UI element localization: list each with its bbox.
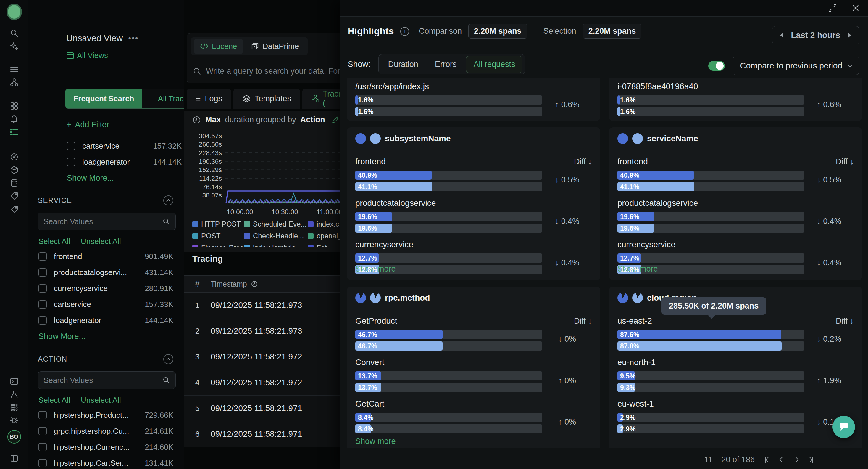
checkbox[interactable] — [38, 252, 47, 261]
tag-icon[interactable] — [8, 189, 21, 203]
legend-item[interactable]: Check-Headle... — [244, 232, 308, 240]
show-more-link[interactable]: Show More... — [38, 332, 176, 341]
terminal-icon[interactable] — [8, 375, 21, 388]
highlight-card-instance[interactable]: i-07885f8ae40196a40 1.6% 1.6% ↑ 0.6% — [609, 78, 862, 121]
table-row[interactable]: 609/12/2025 11:58:21.971g — [184, 421, 350, 447]
table-header[interactable]: # Timestamp A — [184, 275, 350, 293]
checkbox[interactable] — [38, 284, 47, 293]
lab-flask-icon[interactable] — [8, 388, 21, 401]
selection-bar[interactable]: 46.7% — [355, 342, 542, 351]
legend-item[interactable]: Finance-Proce... — [192, 244, 244, 247]
diff-sort-header[interactable]: Diff ↓ — [574, 157, 592, 167]
checkbox[interactable] — [38, 300, 47, 309]
compare-toggle[interactable] — [708, 61, 725, 71]
collapse-section-icon[interactable] — [163, 354, 173, 364]
selection-bar[interactable]: 19.6% — [617, 224, 804, 233]
selection-bar[interactable]: 1.6% — [617, 107, 804, 116]
show-option-all-requests[interactable]: All requests — [466, 56, 523, 73]
tab-templates[interactable]: Templates — [234, 89, 300, 109]
collapse-panel-icon[interactable] — [8, 452, 21, 465]
comparison-bar[interactable]: 19.6% — [617, 212, 804, 221]
tab-dataprime[interactable]: DataPrime — [245, 39, 305, 54]
database-icon[interactable] — [8, 176, 21, 189]
highlight-card-file[interactable]: /usr/src/app/index.js 1.6% 1.6% ↑ 0.6% — [347, 78, 600, 121]
checkbox[interactable] — [38, 268, 47, 276]
highlight-card-cloud-region[interactable]: cloud.region 285.50K of 2.20M spans us-e… — [609, 287, 862, 448]
close-icon[interactable] — [851, 4, 860, 12]
checkbox[interactable] — [38, 316, 47, 324]
dashboard-grid-icon[interactable] — [8, 99, 21, 113]
add-filter-button[interactable]: + Add Filter — [66, 120, 109, 130]
trace-flow-icon[interactable] — [8, 76, 21, 89]
selection-bar[interactable]: 8.4% — [355, 424, 542, 434]
apps-grid-icon[interactable] — [8, 401, 21, 414]
select-all-link[interactable]: Select All — [38, 237, 70, 246]
selection-bar[interactable]: 41.1% — [355, 182, 542, 191]
tab-lucene[interactable]: Lucene — [194, 39, 243, 54]
pagination-last-icon[interactable] — [808, 457, 813, 463]
list-item[interactable]: frontend901.49K — [38, 249, 176, 264]
comparison-bar[interactable]: 2.9% — [617, 413, 804, 422]
unselect-all-link[interactable]: Unselect All — [81, 395, 121, 405]
list-item[interactable]: grpc.hipstershop.Cu...214.61K — [38, 424, 176, 439]
search-values-input[interactable]: Search Values — [38, 371, 176, 389]
info-icon[interactable]: i — [400, 27, 409, 36]
expand-icon[interactable] — [828, 4, 837, 12]
show-more-link[interactable]: Show more — [355, 437, 396, 446]
diff-sort-header[interactable]: Diff ↓ — [836, 317, 854, 326]
collapse-section-icon[interactable] — [163, 196, 173, 205]
select-all-link[interactable]: Select All — [38, 395, 70, 405]
comparison-bar[interactable]: 12.7% — [617, 254, 804, 263]
list-item[interactable]: hipstershop.Currenc...214.60K — [38, 440, 176, 455]
legend-item[interactable]: index-lambda — [244, 244, 308, 247]
brand-logo-icon[interactable] — [6, 4, 22, 20]
selection-bar[interactable]: 2.9% — [617, 424, 804, 434]
list-item[interactable]: currencyservice280.91K — [38, 281, 176, 296]
show-option-errors[interactable]: Errors — [428, 56, 464, 72]
ai-sparkles-icon[interactable] — [8, 40, 21, 53]
checkbox[interactable] — [38, 427, 47, 435]
show-more-link[interactable]: Show More... — [67, 174, 184, 183]
comparison-bar[interactable]: 40.9% — [355, 171, 542, 180]
comparison-bar[interactable]: 13.7% — [355, 371, 542, 380]
comparison-bar[interactable]: 87.6% — [617, 330, 804, 339]
show-option-duration[interactable]: Duration — [381, 56, 426, 72]
highlight-card-service[interactable]: serviceName frontendDiff ↓ 40.9% 41.1% ↓… — [609, 127, 862, 280]
selection-bar[interactable]: 87.8% — [617, 342, 804, 351]
legend-item[interactable]: HTTP POST — [192, 220, 244, 228]
search-values-input[interactable]: Search Values — [38, 213, 176, 230]
comparison-bar[interactable]: 1.6% — [617, 95, 804, 105]
pagination-first-icon[interactable] — [765, 457, 770, 463]
legend-item[interactable]: Scheduled Eve... — [244, 220, 308, 228]
table-row[interactable]: 509/12/2025 11:58:21.971 — [184, 395, 350, 421]
all-views-link[interactable]: All Views — [66, 51, 108, 60]
checkbox[interactable] — [67, 158, 75, 166]
explore-list-icon[interactable] — [8, 125, 21, 139]
comparison-bar[interactable]: 40.9% — [617, 171, 804, 180]
legend-item[interactable]: POST — [192, 232, 244, 240]
selection-bar[interactable]: 9.3% — [617, 383, 804, 392]
list-item[interactable]: cartservice 157.32K — [57, 139, 184, 153]
table-row[interactable]: 409/12/2025 11:58:21.972g — [184, 370, 350, 395]
tag-alt-icon[interactable] — [8, 203, 21, 215]
menu-lines-icon[interactable] — [8, 63, 21, 76]
list-item[interactable]: hipstershop.CartSer...131.41K — [38, 456, 176, 469]
tab-frequent-search[interactable]: Frequent Search — [65, 89, 142, 108]
list-item[interactable]: productcatalogservi...431.14K — [38, 265, 176, 280]
tab-logs[interactable]: ≡ Logs — [187, 89, 231, 109]
query-search-input[interactable]: Write a query to search your data. For e… — [187, 59, 348, 83]
view-options-icon[interactable]: ••• — [128, 33, 138, 43]
comparison-bar[interactable]: 19.6% — [355, 212, 542, 221]
comparison-bar[interactable]: 12.7% — [355, 254, 542, 263]
comparison-bar[interactable]: 8.4% — [355, 413, 542, 422]
settings-gear-icon[interactable] — [8, 414, 21, 427]
diff-sort-header[interactable]: Diff ↓ — [836, 157, 854, 167]
list-item[interactable]: loadgenerator 144.14K — [57, 154, 184, 169]
time-range-picker[interactable]: Last 2 hours — [772, 26, 859, 45]
highlight-card-rpc-method[interactable]: rpc.method GetProductDiff ↓ 46.7% 46.7% … — [347, 287, 600, 448]
comparison-bar[interactable]: 1.6% — [355, 95, 542, 105]
package-icon[interactable] — [8, 164, 21, 176]
column-timestamp[interactable]: Timestamp — [211, 280, 258, 288]
selection-bar[interactable]: 41.1% — [617, 182, 804, 191]
previous-range-icon[interactable] — [780, 33, 783, 38]
